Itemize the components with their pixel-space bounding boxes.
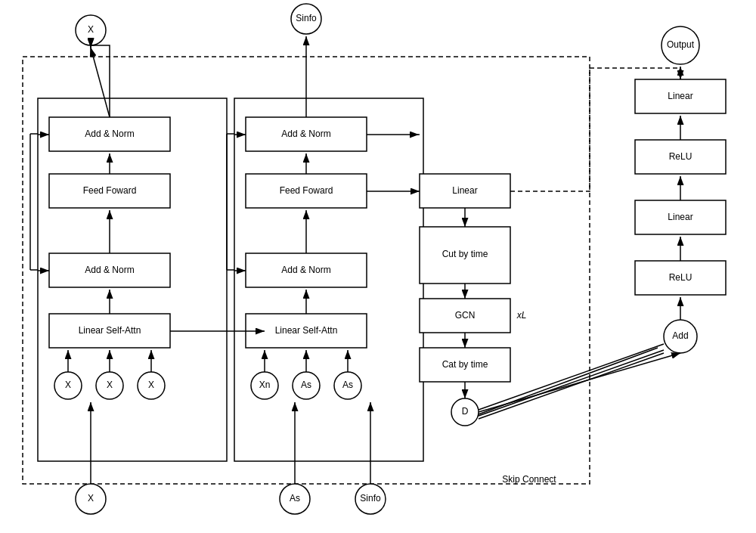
dashed-connection-top xyxy=(590,68,680,79)
left-input-x3-label: X xyxy=(148,380,154,390)
right-linear-top-label: Linear xyxy=(668,91,692,101)
right-linear-bottom-label: Linear xyxy=(668,212,692,222)
gcn-label: GCN xyxy=(455,310,476,321)
xl-label: xL xyxy=(516,310,527,321)
middle-input-xn-label: Xn xyxy=(259,380,271,390)
left-input-x2-label: X xyxy=(107,380,113,390)
x-top-left-label: X xyxy=(88,24,94,35)
dashed-feedback-line xyxy=(510,68,590,191)
middle-linear-self-attn-label: Linear Self-Attn xyxy=(275,325,338,336)
diagram-container: Add & Norm Feed Foward Add & Norm Linear… xyxy=(0,0,756,533)
left-add-norm-bottom-label: Add & Norm xyxy=(85,265,134,275)
cat-by-time-label: Cat by time xyxy=(442,359,488,370)
sinfo-bottom-label: Sinfo xyxy=(360,493,381,504)
middle-feed-forward-label: Feed Foward xyxy=(280,185,333,196)
left-input-x1-label: X xyxy=(65,380,71,390)
right-relu-top-label: ReLU xyxy=(669,151,692,162)
left-add-norm-top-label: Add & Norm xyxy=(85,129,134,139)
middle-add-norm-top-label: Add & Norm xyxy=(281,129,330,139)
gcn-linear-top-label: Linear xyxy=(452,185,477,196)
middle-add-norm-bottom-label: Add & Norm xyxy=(281,265,330,275)
left-feed-forward-label: Feed Foward xyxy=(83,185,137,196)
d-label: D xyxy=(462,406,469,417)
output-label: Output xyxy=(667,39,695,50)
middle-input-as2-label: As xyxy=(342,380,353,390)
x-bottom-label: X xyxy=(88,493,94,504)
as-bottom-label: As xyxy=(290,493,300,504)
middle-input-as1-label: As xyxy=(301,380,311,390)
right-relu-bottom-label: ReLU xyxy=(669,272,692,283)
cut-by-time-label: Cut by time xyxy=(442,249,488,259)
skip-connect-label: Skip Connect xyxy=(502,474,556,485)
sinfo-top-label: Sinfo xyxy=(296,13,317,23)
left-linear-self-attn-label: Linear Self-Attn xyxy=(79,325,141,336)
add-label: Add xyxy=(672,330,688,341)
